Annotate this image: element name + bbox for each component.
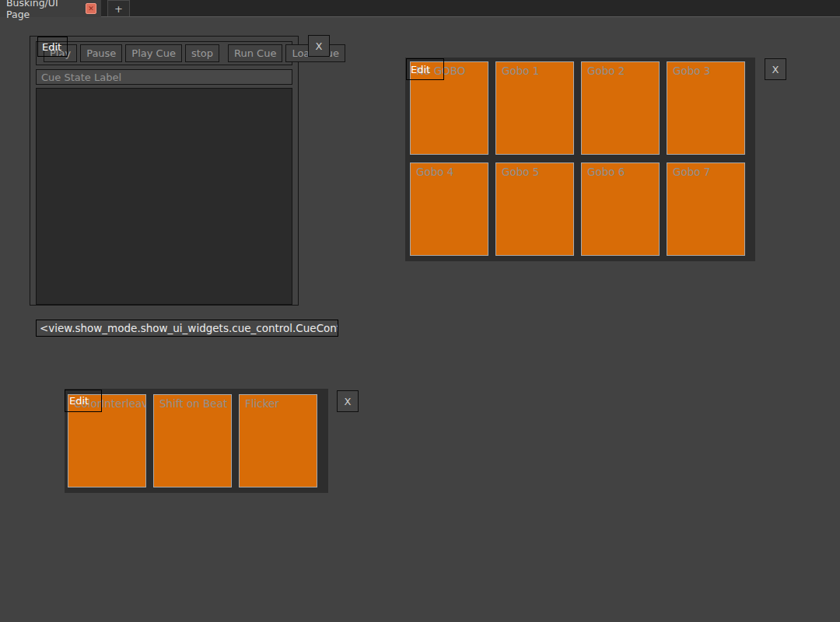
gobo-button-7[interactable]: Gobo 7 (667, 162, 745, 256)
gobo-button-3[interactable]: Gobo 3 (667, 61, 745, 155)
run-cue-button[interactable]: Run Cue (228, 44, 282, 62)
cue-transport-toolbar: Play Pause Play Cue stop Run Cue Load Cu… (36, 41, 292, 65)
cue-widget-close-button[interactable]: X (308, 35, 330, 57)
cue-list-area (36, 88, 292, 305)
tab-busking-ui-page[interactable]: Busking/UI Page ✕ (0, 0, 101, 17)
shift-on-beat-button[interactable]: Shift on Beat (153, 394, 232, 487)
flicker-button[interactable]: Flicker (239, 394, 317, 487)
tab-bar: Busking/UI Page ✕ + (0, 0, 840, 17)
stop-button[interactable]: stop (185, 44, 219, 62)
tab-title: Busking/UI Page (6, 0, 80, 20)
cue-widget-edit-button[interactable]: Edit (37, 37, 68, 57)
modifier-widget-edit-button[interactable]: Edit (65, 390, 102, 412)
play-cue-button[interactable]: Play Cue (125, 44, 182, 62)
gobo-button-2[interactable]: Gobo 2 (581, 61, 660, 155)
widget-path-field[interactable] (36, 320, 338, 337)
tab-close-icon[interactable]: ✕ (86, 3, 96, 14)
gobo-button-6[interactable]: Gobo 6 (581, 162, 660, 256)
new-tab-button[interactable]: + (107, 0, 130, 16)
pause-button[interactable]: Pause (80, 44, 122, 62)
gobo-button-4[interactable]: Gobo 4 (410, 162, 488, 256)
gobo-button-1[interactable]: Gobo 1 (495, 61, 574, 155)
modifier-widget-close-button[interactable]: X (337, 390, 359, 412)
gobo-widget-edit-button[interactable]: Edit (406, 58, 444, 80)
cue-state-label-field[interactable] (36, 69, 292, 85)
gobo-button-5[interactable]: Gobo 5 (495, 162, 574, 256)
gobo-widget-close-button[interactable]: X (765, 58, 786, 80)
